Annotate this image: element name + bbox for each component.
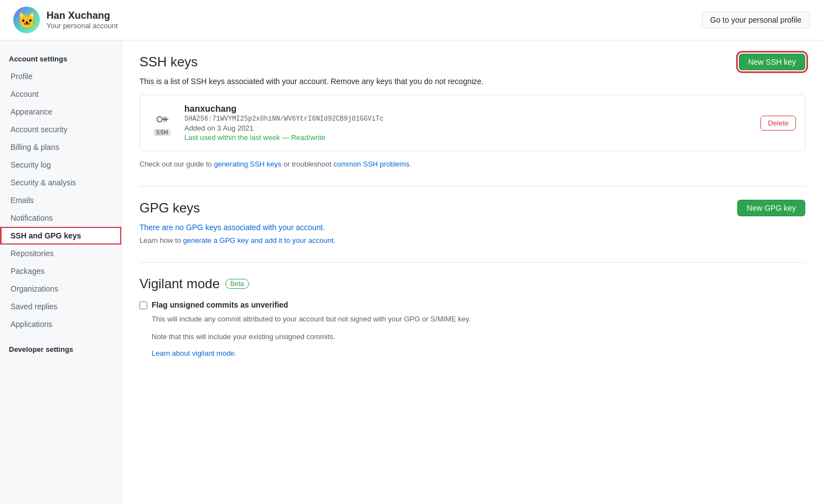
key-last-used: Last used within the last week — Read/wr… bbox=[184, 133, 752, 142]
sidebar-item-emails[interactable]: Emails bbox=[0, 191, 121, 209]
gpg-learn-text: Learn how to generate a GPG key and add … bbox=[139, 236, 805, 245]
guide-middle: or troubleshoot bbox=[282, 160, 334, 168]
sidebar-item-notifications[interactable]: Notifications bbox=[0, 209, 121, 227]
sidebar-section-title: Account settings bbox=[0, 51, 121, 67]
generate-gpg-key-link[interactable]: generate a GPG key and add it to your ac… bbox=[183, 236, 334, 245]
sidebar-section-developer: Developer settings bbox=[0, 342, 121, 358]
vigilant-checkbox-label: Flag unsigned commits as unverified bbox=[152, 300, 288, 309]
sidebar-item-billing[interactable]: Billing & plans bbox=[0, 138, 121, 156]
new-ssh-key-button[interactable]: New SSH key bbox=[739, 54, 805, 70]
key-name: hanxuchang bbox=[184, 104, 752, 114]
sidebar-item-packages[interactable]: Packages bbox=[0, 262, 121, 280]
sidebar: Account settings Profile Account Appeara… bbox=[0, 40, 122, 504]
beta-badge: Beta bbox=[225, 279, 249, 289]
sidebar-section-account: Account settings Profile Account Appeara… bbox=[0, 51, 121, 333]
key-icon-wrap: SSH bbox=[149, 110, 175, 136]
sidebar-item-ssh-gpg-keys[interactable]: SSH and GPG keys bbox=[0, 227, 121, 245]
key-type-badge: SSH bbox=[154, 129, 170, 136]
sidebar-item-security-log[interactable]: Security log bbox=[0, 156, 121, 174]
vigilant-checkbox[interactable] bbox=[139, 302, 147, 309]
guide-suffix: . bbox=[410, 160, 412, 168]
section-divider-1 bbox=[139, 186, 805, 186]
sidebar-item-account[interactable]: Account bbox=[0, 85, 121, 103]
key-icon bbox=[154, 110, 170, 128]
go-to-profile-button[interactable]: Go to your personal profile bbox=[702, 12, 810, 28]
key-hash: SHA256:71WVYMI25p2x8hiNN/WV6YtrI6NId92CB… bbox=[184, 115, 752, 123]
sidebar-item-profile[interactable]: Profile bbox=[0, 67, 121, 85]
sidebar-item-organizations[interactable]: Organizations bbox=[0, 280, 121, 298]
developer-settings-title: Developer settings bbox=[0, 342, 121, 358]
key-added: Added on 3 Aug 2021 bbox=[184, 124, 752, 132]
user-subtitle: Your personal account bbox=[46, 22, 118, 30]
learn-prefix: Learn how to bbox=[139, 236, 183, 245]
ssh-section-title: SSH keys bbox=[139, 54, 198, 70]
vigilant-description-2: Note that this will include your existin… bbox=[152, 331, 805, 342]
delete-key-button[interactable]: Delete bbox=[760, 116, 796, 131]
ssh-key-card: SSH hanxuchang SHA256:71WVYMI25p2x8hiNN/… bbox=[139, 95, 805, 151]
common-ssh-problems-link[interactable]: common SSH problems bbox=[334, 160, 410, 168]
vigilant-title: Vigilant mode bbox=[139, 276, 220, 292]
ssh-description: This is a list of SSH keys associated wi… bbox=[139, 77, 805, 86]
main-content: SSH keys New SSH key This is a list of S… bbox=[122, 40, 823, 504]
user-info: 🐱 Han Xuchang Your personal account bbox=[13, 7, 118, 33]
sidebar-item-applications[interactable]: Applications bbox=[0, 315, 121, 333]
avatar: 🐱 bbox=[13, 7, 40, 33]
sidebar-item-saved-replies[interactable]: Saved replies bbox=[0, 298, 121, 315]
top-bar: 🐱 Han Xuchang Your personal account Go t… bbox=[0, 0, 823, 40]
user-text: Han Xuchang Your personal account bbox=[46, 10, 118, 30]
learn-suffix: . bbox=[334, 236, 336, 245]
new-gpg-key-button[interactable]: New GPG key bbox=[737, 200, 805, 216]
section-divider-2 bbox=[139, 262, 805, 263]
vigilant-learn-link[interactable]: Learn about vigilant mode. bbox=[152, 349, 236, 357]
main-layout: Account settings Profile Account Appeara… bbox=[0, 40, 823, 504]
sidebar-item-security-analysis[interactable]: Security & analysis bbox=[0, 174, 121, 191]
username: Han Xuchang bbox=[46, 10, 118, 22]
guide-prefix: Check out our guide to bbox=[139, 160, 214, 168]
sidebar-item-repositories[interactable]: Repositories bbox=[0, 245, 121, 262]
sidebar-item-account-security[interactable]: Account security bbox=[0, 121, 121, 138]
gpg-section-title: GPG keys bbox=[139, 200, 200, 216]
gpg-empty-text: There are no GPG keys associated with yo… bbox=[139, 223, 805, 232]
key-details: hanxuchang SHA256:71WVYMI25p2x8hiNN/WV6Y… bbox=[184, 104, 752, 142]
gpg-section-header: GPG keys New GPG key bbox=[139, 200, 805, 216]
generating-ssh-keys-link[interactable]: generating SSH keys bbox=[214, 160, 281, 168]
vigilant-description-1: This will include any commit attributed … bbox=[152, 314, 805, 325]
vigilant-header: Vigilant mode Beta bbox=[139, 276, 805, 292]
vigilant-checkbox-row: Flag unsigned commits as unverified bbox=[139, 300, 805, 309]
ssh-guide-text: Check out our guide to generating SSH ke… bbox=[139, 160, 805, 168]
ssh-section-header: SSH keys New SSH key bbox=[139, 54, 805, 70]
svg-point-0 bbox=[157, 117, 162, 122]
sidebar-item-appearance[interactable]: Appearance bbox=[0, 103, 121, 121]
